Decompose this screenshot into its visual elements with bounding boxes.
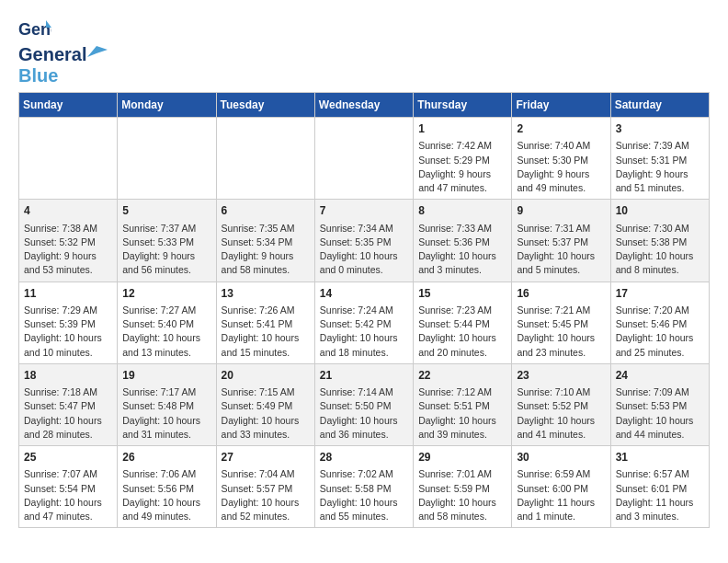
day-info-line: Daylight: 10 hours (517, 249, 605, 263)
day-info-line: Daylight: 10 hours (517, 414, 605, 428)
day-info-line: and 52 minutes. (222, 510, 310, 523)
day-info-line: Daylight: 10 hours (122, 331, 210, 345)
logo-icon: General (18, 18, 51, 44)
day-number: 14 (320, 286, 408, 302)
day-info-line: and 36 minutes. (320, 428, 408, 442)
day-info-line: Sunset: 5:49 PM (222, 399, 310, 413)
calendar-day-cell: 26Sunrise: 7:06 AMSunset: 5:56 PMDayligh… (118, 446, 216, 528)
day-info-line: and 47 minutes. (24, 510, 112, 523)
day-number: 21 (320, 368, 408, 384)
day-info-line: Daylight: 10 hours (418, 414, 506, 428)
calendar-day-cell: 8Sunrise: 7:33 AMSunset: 5:36 PMDaylight… (414, 200, 512, 282)
calendar-day-cell: 5Sunrise: 7:37 AMSunset: 5:33 PMDaylight… (118, 200, 216, 282)
day-info-line: Daylight: 10 hours (24, 414, 112, 428)
day-info-line: Sunrise: 7:31 AM (517, 222, 605, 236)
calendar-week-row: 11Sunrise: 7:29 AMSunset: 5:39 PMDayligh… (19, 282, 710, 363)
day-info-line: Daylight: 10 hours (320, 249, 408, 263)
day-info-line: Daylight: 10 hours (320, 414, 408, 428)
day-number: 24 (616, 368, 704, 384)
day-info-line: Daylight: 9 hours (222, 249, 310, 263)
day-info-line: Sunrise: 7:29 AM (24, 304, 112, 317)
day-info-line: Sunset: 5:33 PM (122, 236, 210, 249)
day-info-line: Sunrise: 7:42 AM (418, 139, 506, 153)
day-number: 16 (517, 286, 605, 302)
day-info-line: Sunset: 5:32 PM (24, 236, 112, 249)
day-info-line: Sunrise: 7:09 AM (616, 385, 704, 399)
day-info-line: Daylight: 9 hours (616, 167, 704, 181)
calendar-day-cell (314, 118, 413, 200)
day-info-line: and 18 minutes. (320, 346, 408, 360)
day-info-line: and 55 minutes. (320, 510, 408, 523)
day-info-line: Sunset: 5:35 PM (320, 236, 408, 249)
day-info-line: and 56 minutes. (122, 263, 210, 277)
day-info-line: Sunset: 5:30 PM (517, 154, 605, 167)
day-info-line: Sunset: 5:57 PM (222, 482, 310, 496)
day-info-line: Sunset: 5:40 PM (122, 317, 210, 331)
day-info-line: and 44 minutes. (616, 428, 704, 442)
day-info-line: Sunset: 5:44 PM (418, 317, 506, 331)
day-number: 2 (517, 121, 605, 137)
calendar-day-cell (19, 118, 118, 200)
day-number: 28 (320, 450, 408, 465)
day-number: 9 (517, 203, 605, 219)
day-info-line: Daylight: 10 hours (24, 496, 112, 510)
day-info-line: and 5 minutes. (517, 263, 605, 277)
day-info-line: Sunset: 6:01 PM (616, 482, 704, 496)
calendar-day-cell: 17Sunrise: 7:20 AMSunset: 5:46 PMDayligh… (610, 282, 709, 363)
day-info-line: Sunrise: 7:04 AM (222, 467, 310, 481)
calendar-day-cell: 10Sunrise: 7:30 AMSunset: 5:38 PMDayligh… (610, 200, 709, 282)
day-info-line: Daylight: 10 hours (24, 331, 112, 345)
calendar-day-cell: 30Sunrise: 6:59 AMSunset: 6:00 PMDayligh… (512, 446, 610, 528)
day-info-line: Sunrise: 7:38 AM (24, 222, 112, 236)
calendar-day-cell: 13Sunrise: 7:26 AMSunset: 5:41 PMDayligh… (216, 282, 314, 363)
calendar-day-cell: 25Sunrise: 7:07 AMSunset: 5:54 PMDayligh… (19, 446, 118, 528)
calendar-day-cell: 6Sunrise: 7:35 AMSunset: 5:34 PMDaylight… (216, 200, 314, 282)
day-info-line: Daylight: 10 hours (222, 331, 310, 345)
day-number: 20 (222, 368, 310, 384)
calendar-week-row: 25Sunrise: 7:07 AMSunset: 5:54 PMDayligh… (19, 446, 710, 528)
day-number: 17 (616, 286, 704, 302)
day-info-line: Sunset: 5:58 PM (320, 482, 408, 496)
day-of-week-header: Tuesday (216, 93, 314, 118)
day-info-line: Daylight: 10 hours (418, 496, 506, 510)
day-info-line: Daylight: 10 hours (320, 331, 408, 345)
calendar-day-cell: 11Sunrise: 7:29 AMSunset: 5:39 PMDayligh… (19, 282, 118, 363)
day-number: 10 (616, 203, 704, 219)
day-info-line: Sunrise: 7:26 AM (222, 304, 310, 317)
day-info-line: Sunset: 6:00 PM (517, 482, 605, 496)
day-number: 8 (418, 203, 506, 219)
day-info-line: Sunset: 5:29 PM (418, 154, 506, 167)
day-info-line: Sunrise: 7:20 AM (616, 304, 704, 317)
logo: General General Blue (18, 15, 108, 86)
day-info-line: Sunrise: 7:23 AM (418, 304, 506, 317)
day-info-line: and 49 minutes. (517, 181, 605, 195)
day-info-line: Sunset: 5:39 PM (24, 317, 112, 331)
day-number: 1 (418, 121, 506, 137)
calendar-day-cell: 1Sunrise: 7:42 AMSunset: 5:29 PMDaylight… (414, 118, 512, 200)
day-info-line: Sunrise: 7:30 AM (616, 222, 704, 236)
day-of-week-header: Sunday (19, 93, 118, 118)
day-of-week-header: Friday (512, 93, 610, 118)
calendar-day-cell: 23Sunrise: 7:10 AMSunset: 5:52 PMDayligh… (512, 363, 610, 445)
day-info-line: Sunset: 5:42 PM (320, 317, 408, 331)
logo-general: General (18, 44, 86, 65)
day-info-line: Sunrise: 7:12 AM (418, 385, 506, 399)
calendar-header-row: SundayMondayTuesdayWednesdayThursdayFrid… (19, 93, 710, 118)
day-number: 26 (122, 450, 210, 465)
day-of-week-header: Saturday (610, 93, 709, 118)
day-info-line: Daylight: 9 hours (122, 249, 210, 263)
day-info-line: Sunset: 5:53 PM (616, 399, 704, 413)
day-info-line: Sunset: 5:47 PM (24, 399, 112, 413)
day-info-line: Sunrise: 7:15 AM (222, 385, 310, 399)
day-info-line: Sunset: 5:51 PM (418, 399, 506, 413)
day-info-line: and 23 minutes. (517, 346, 605, 360)
day-info-line: and 8 minutes. (616, 263, 704, 277)
day-info-line: Daylight: 9 hours (24, 249, 112, 263)
day-info-line: Sunrise: 7:40 AM (517, 139, 605, 153)
calendar-day-cell: 7Sunrise: 7:34 AMSunset: 5:35 PMDaylight… (314, 200, 413, 282)
day-of-week-header: Wednesday (314, 93, 413, 118)
day-info-line: Daylight: 9 hours (517, 167, 605, 181)
day-number: 23 (517, 368, 605, 384)
day-number: 6 (222, 203, 310, 219)
page-header: General General Blue (18, 15, 710, 86)
